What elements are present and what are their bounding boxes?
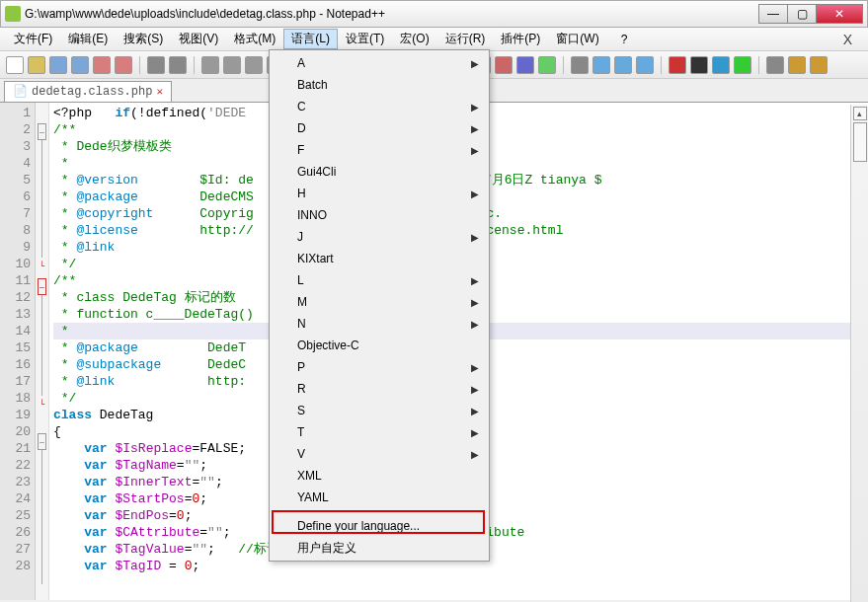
toolbar-button-29[interactable]	[712, 56, 730, 74]
menu-格式[interactable]: 格式(M)	[226, 29, 283, 49]
language-menu-item[interactable]: INNO	[272, 204, 487, 226]
document-close-button[interactable]: X	[833, 32, 862, 47]
fold-marker[interactable]	[36, 534, 48, 551]
maximize-button[interactable]: ▢	[787, 4, 817, 24]
fold-marker[interactable]	[36, 551, 48, 567]
fold-marker[interactable]	[36, 484, 48, 500]
fold-marker[interactable]	[36, 207, 48, 224]
menu-文件[interactable]: 文件(F)	[6, 29, 60, 49]
fold-marker[interactable]: −	[36, 123, 48, 140]
tab-close-icon[interactable]: ✕	[156, 85, 163, 98]
toolbar-button-22[interactable]	[538, 56, 556, 74]
toolbar-button-2[interactable]	[49, 56, 67, 74]
fold-marker[interactable]	[36, 140, 48, 157]
line-number: 15	[0, 339, 31, 356]
menu-help[interactable]: ?	[613, 31, 636, 48]
toolbar-button-31[interactable]	[766, 56, 784, 74]
fold-marker[interactable]	[36, 157, 48, 174]
language-menu-item[interactable]: P▶	[272, 356, 487, 378]
language-menu-item[interactable]: YAML	[272, 487, 487, 508]
language-menu-item[interactable]: J▶	[272, 226, 487, 248]
fold-marker[interactable]: └	[36, 396, 48, 413]
scroll-thumb[interactable]	[853, 122, 867, 162]
toolbar-button-28[interactable]	[690, 56, 708, 74]
fold-marker[interactable]	[36, 413, 48, 429]
fold-marker[interactable]	[36, 190, 48, 207]
fold-marker[interactable]	[36, 362, 48, 379]
language-menu-item[interactable]: R▶	[272, 378, 487, 400]
language-menu-item[interactable]: C▶	[272, 96, 487, 117]
fold-marker[interactable]	[36, 467, 48, 484]
language-menu-item[interactable]: A▶	[272, 52, 487, 74]
menu-搜索[interactable]: 搜索(S)	[116, 29, 171, 49]
language-menu-item[interactable]: N▶	[272, 313, 487, 335]
language-menu-item[interactable]: XML	[272, 465, 487, 487]
toolbar-button-32[interactable]	[788, 56, 806, 74]
toolbar-button-10[interactable]	[245, 56, 263, 74]
fold-marker[interactable]	[36, 241, 48, 258]
fold-marker[interactable]	[36, 224, 48, 241]
fold-column[interactable]: −└−└−	[36, 103, 49, 600]
vertical-scrollbar[interactable]: ▴	[850, 105, 868, 602]
language-menu-item[interactable]: D▶	[272, 117, 487, 139]
language-menu-item[interactable]: Define your language...	[272, 515, 487, 537]
toolbar-button-6[interactable]	[147, 56, 165, 74]
fold-marker[interactable]: −	[36, 433, 48, 450]
toolbar-button-26[interactable]	[636, 56, 654, 74]
fold-marker[interactable]	[36, 450, 48, 467]
toolbar-button-21[interactable]	[516, 56, 534, 74]
toolbar-separator	[563, 56, 564, 74]
language-menu-item[interactable]: Batch	[272, 74, 487, 96]
toolbar-button-0[interactable]	[6, 56, 24, 74]
file-tab[interactable]: 📄 dedetag.class.php ✕	[4, 81, 172, 102]
menu-语言[interactable]: 语言(L)	[283, 29, 338, 49]
close-button[interactable]: ✕	[816, 4, 863, 24]
fold-marker[interactable]	[36, 517, 48, 534]
language-menu-item[interactable]: KIXtart	[272, 248, 487, 269]
fold-marker[interactable]	[36, 500, 48, 517]
language-menu-item[interactable]: S▶	[272, 400, 487, 421]
toolbar-button-30[interactable]	[734, 56, 751, 74]
toolbar-button-8[interactable]	[201, 56, 219, 74]
language-menu-item[interactable]: V▶	[272, 443, 487, 465]
language-menu-item[interactable]: 用户自定义	[272, 537, 487, 559]
toolbar-button-33[interactable]	[810, 56, 828, 74]
language-menu-item[interactable]: Objective-C	[272, 335, 487, 356]
menu-设置[interactable]: 设置(T)	[338, 29, 392, 49]
language-menu-item[interactable]: M▶	[272, 291, 487, 313]
language-menu-item[interactable]: T▶	[272, 421, 487, 443]
fold-marker[interactable]	[36, 345, 48, 362]
menu-插件[interactable]: 插件(P)	[493, 29, 548, 49]
fold-marker[interactable]	[36, 174, 48, 190]
language-menu-item[interactable]: H▶	[272, 183, 487, 204]
fold-marker[interactable]	[36, 312, 48, 329]
toolbar-button-25[interactable]	[614, 56, 632, 74]
menu-编辑[interactable]: 编辑(E)	[60, 29, 116, 49]
fold-marker[interactable]	[36, 103, 48, 119]
fold-marker[interactable]	[36, 295, 48, 312]
fold-marker[interactable]	[36, 379, 48, 396]
toolbar-button-20[interactable]	[495, 56, 513, 74]
menu-宏[interactable]: 宏(O)	[392, 29, 436, 49]
toolbar-button-5[interactable]	[115, 56, 132, 74]
toolbar-button-7[interactable]	[169, 56, 187, 74]
toolbar-button-3[interactable]	[71, 56, 89, 74]
menu-窗口[interactable]: 窗口(W)	[548, 29, 606, 49]
fold-marker[interactable]: −	[36, 278, 48, 295]
menu-视图[interactable]: 视图(V)	[171, 29, 226, 49]
fold-marker[interactable]: └	[36, 258, 48, 274]
toolbar-button-27[interactable]	[669, 56, 686, 74]
language-menu-item[interactable]: L▶	[272, 269, 487, 291]
language-menu-item[interactable]: Gui4Cli	[272, 161, 487, 183]
fold-marker[interactable]	[36, 329, 48, 345]
toolbar-button-24[interactable]	[592, 56, 610, 74]
toolbar-button-1[interactable]	[28, 56, 45, 74]
minimize-button[interactable]: —	[758, 4, 788, 24]
toolbar-button-4[interactable]	[93, 56, 111, 74]
fold-marker[interactable]	[36, 567, 48, 584]
menu-运行[interactable]: 运行(R)	[437, 29, 494, 49]
scroll-up-button[interactable]: ▴	[853, 107, 867, 120]
toolbar-button-23[interactable]	[571, 56, 589, 74]
toolbar-button-9[interactable]	[223, 56, 241, 74]
language-menu-item[interactable]: F▶	[272, 139, 487, 161]
